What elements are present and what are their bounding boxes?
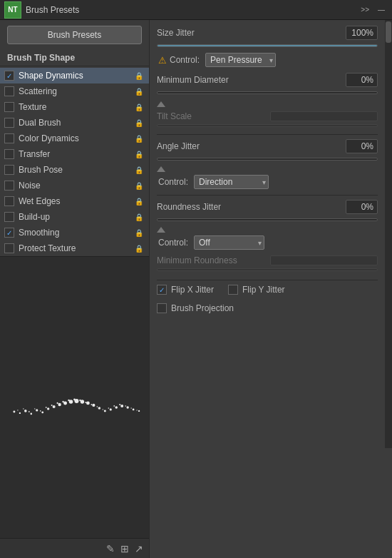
brush-option-item-scattering[interactable]: Scattering🔒 bbox=[0, 83, 149, 99]
brush-option-checkbox-0[interactable]: ✓ bbox=[4, 71, 14, 81]
brush-option-item-protect-texture[interactable]: Protect Texture🔒 bbox=[0, 240, 149, 256]
svg-point-24 bbox=[17, 410, 19, 411]
brush-option-checkbox-8[interactable] bbox=[4, 196, 14, 206]
min-roundness-input-disabled bbox=[270, 255, 378, 265]
flip-x-jitter-checkbox[interactable]: ✓ bbox=[157, 285, 167, 295]
svg-point-19 bbox=[115, 406, 118, 409]
flip-y-jitter-label: Flip Y Jitter bbox=[242, 285, 285, 295]
scrollbar-track[interactable] bbox=[385, 20, 392, 448]
title-bar-icons: >> — bbox=[358, 4, 388, 15]
brush-option-checkbox-11[interactable] bbox=[4, 243, 14, 253]
size-jitter-control-select[interactable]: Pen Pressure Off Fade Pen Tilt bbox=[205, 53, 276, 67]
brush-option-checkbox-10[interactable]: ✓ bbox=[4, 228, 14, 238]
svg-point-14 bbox=[86, 402, 90, 405]
svg-point-16 bbox=[98, 407, 101, 410]
panel-menu-icon[interactable]: >> bbox=[358, 4, 372, 15]
brush-option-item-smoothing[interactable]: ✓Smoothing🔒 bbox=[0, 225, 149, 240]
roundness-jitter-control-label: Control: bbox=[158, 238, 188, 248]
roundness-jitter-label: Roundness Jitter bbox=[157, 202, 346, 212]
roundness-jitter-control-row: Control: Off Fade Pen Pressure Pen Tilt bbox=[157, 235, 378, 250]
brush-option-label-2: Texture bbox=[19, 102, 132, 112]
size-jitter-value[interactable]: 100% bbox=[346, 26, 378, 40]
brush-projection-row: Brush Projection bbox=[157, 303, 378, 313]
close-panel-icon[interactable]: — bbox=[375, 4, 388, 15]
svg-point-18 bbox=[110, 408, 112, 410]
brush-option-item-shape-dynamics[interactable]: ✓Shape Dynamics🔒 bbox=[0, 68, 149, 83]
lock-icon-6: 🔒 bbox=[135, 166, 143, 174]
brush-option-checkbox-7[interactable] bbox=[4, 181, 14, 191]
svg-point-43 bbox=[125, 405, 126, 407]
svg-point-35 bbox=[79, 400, 81, 401]
svg-point-45 bbox=[136, 410, 137, 410]
size-jitter-label: Size Jitter bbox=[157, 28, 346, 38]
min-diameter-value[interactable]: 0% bbox=[346, 73, 378, 87]
brush-option-item-texture[interactable]: Texture🔒 bbox=[0, 99, 149, 115]
brush-option-checkbox-1[interactable] bbox=[4, 86, 14, 96]
brush-option-item-wet-edges[interactable]: Wet Edges🔒 bbox=[0, 193, 149, 209]
lock-icon-2: 🔒 bbox=[135, 103, 143, 111]
roundness-jitter-control-select[interactable]: Off Fade Pen Pressure Pen Tilt bbox=[194, 235, 264, 250]
brush-projection-checkbox[interactable] bbox=[157, 303, 167, 313]
brush-option-label-10: Smoothing bbox=[19, 228, 132, 238]
brush-presets-button[interactable]: Brush Presets bbox=[7, 26, 142, 44]
brush-option-checkbox-5[interactable] bbox=[4, 149, 14, 159]
brush-option-checkbox-6[interactable] bbox=[4, 165, 14, 175]
size-jitter-slider[interactable] bbox=[157, 44, 378, 47]
brush-option-item-transfer[interactable]: Transfer🔒 bbox=[0, 146, 149, 162]
angle-jitter-label: Angle Jitter bbox=[157, 141, 346, 151]
svg-point-31 bbox=[57, 402, 58, 404]
min-diameter-row: Minimum Diameter 0% bbox=[157, 73, 378, 87]
flip-jitter-row: ✓ Flip X Jitter Flip Y Jitter bbox=[157, 285, 378, 299]
brush-option-item-brush-pose[interactable]: Brush Pose🔒 bbox=[0, 162, 149, 178]
scrollbar-thumb[interactable] bbox=[386, 21, 391, 43]
grid-preview-icon[interactable]: ⊞ bbox=[120, 543, 129, 554]
size-jitter-fill bbox=[158, 45, 377, 46]
flip-y-jitter-checkbox[interactable] bbox=[228, 285, 238, 295]
edit-preview-icon[interactable]: ✎ bbox=[106, 543, 115, 554]
angle-jitter-value[interactable]: 0% bbox=[346, 139, 378, 153]
expand-preview-icon[interactable]: ↗ bbox=[135, 543, 143, 554]
svg-point-20 bbox=[120, 405, 123, 407]
brush-option-item-dual-brush[interactable]: Dual Brush🔒 bbox=[0, 115, 149, 131]
svg-point-25 bbox=[23, 408, 24, 409]
brush-option-label-1: Scattering bbox=[19, 86, 132, 96]
lock-icon-0: 🔒 bbox=[135, 72, 143, 80]
brush-option-item-color-dynamics[interactable]: Color Dynamics🔒 bbox=[0, 131, 149, 146]
brush-option-checkbox-2[interactable] bbox=[4, 102, 14, 112]
brush-option-label-3: Dual Brush bbox=[19, 118, 132, 128]
angle-triangle-row bbox=[157, 166, 378, 172]
svg-rect-0 bbox=[0, 355, 149, 440]
brush-option-checkbox-4[interactable] bbox=[4, 133, 14, 143]
brush-options-list: ✓Shape Dynamics🔒Scattering🔒Texture🔒Dual … bbox=[0, 68, 149, 256]
svg-point-42 bbox=[119, 404, 120, 405]
angle-jitter-slider[interactable] bbox=[157, 158, 378, 161]
divider-2 bbox=[157, 195, 378, 196]
svg-point-28 bbox=[40, 410, 41, 412]
brush-option-label-11: Protect Texture bbox=[19, 243, 132, 253]
min-roundness-row: Minimum Roundness bbox=[157, 255, 378, 265]
divider-1 bbox=[157, 134, 378, 135]
brush-stroke-preview bbox=[0, 257, 149, 538]
angle-triangle-icon bbox=[157, 166, 165, 172]
size-jitter-control-row: ⚠ Control: Pen Pressure Off Fade Pen Til… bbox=[157, 53, 378, 67]
app-logo: NT bbox=[4, 1, 21, 19]
roundness-jitter-value[interactable]: 0% bbox=[346, 200, 378, 214]
svg-point-23 bbox=[138, 410, 140, 412]
brush-option-label-4: Color Dynamics bbox=[19, 133, 132, 143]
brush-option-checkbox-3[interactable] bbox=[4, 118, 14, 128]
brush-option-item-build-up[interactable]: Build-up🔒 bbox=[0, 209, 149, 225]
brush-option-item-noise[interactable]: Noise🔒 bbox=[0, 178, 149, 193]
tilt-scale-row: Tilt Scale bbox=[157, 111, 378, 121]
lock-icon-5: 🔒 bbox=[135, 151, 143, 158]
min-diameter-slider[interactable] bbox=[157, 91, 378, 94]
tilt-indicator-row bbox=[157, 100, 378, 110]
svg-point-9 bbox=[58, 403, 61, 406]
lock-icon-9: 🔒 bbox=[135, 213, 143, 221]
angle-jitter-control-select[interactable]: Direction Off Fade Pen Pressure Pen Tilt… bbox=[194, 175, 269, 189]
brush-option-checkbox-9[interactable] bbox=[4, 212, 14, 222]
roundness-jitter-slider[interactable] bbox=[157, 218, 378, 221]
divider-3 bbox=[157, 280, 378, 280]
svg-point-32 bbox=[62, 401, 63, 402]
tilt-scale-label: Tilt Scale bbox=[157, 111, 263, 121]
svg-point-10 bbox=[63, 401, 67, 405]
